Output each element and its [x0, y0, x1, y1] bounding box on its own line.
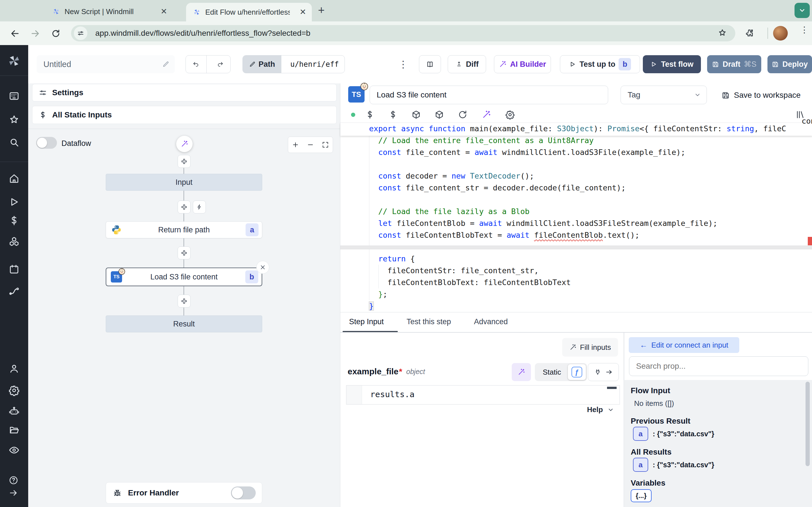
result-key-badge[interactable]: a [633, 427, 648, 441]
tab-advanced[interactable]: Advanced [474, 318, 508, 326]
browser-menu-icon[interactable]: ⋮ [800, 28, 809, 32]
schedules-calendar-icon[interactable] [8, 264, 20, 275]
flow-input-node[interactable]: Input [106, 174, 262, 191]
add-step-button[interactable] [177, 295, 191, 307]
zoom-in-icon[interactable] [292, 141, 299, 149]
test-flow-button[interactable]: Test flow [643, 55, 701, 73]
workers-robot-icon[interactable] [8, 406, 20, 417]
draft-button[interactable]: Draft ⌘S [707, 55, 761, 73]
tab-close-icon[interactable]: ✕ [300, 8, 306, 16]
zoom-out-icon[interactable] [307, 141, 314, 149]
expression-editor[interactable]: results.a [347, 386, 619, 404]
diff-button[interactable]: Diff [448, 55, 486, 73]
fill-inputs-button[interactable]: Fill inputs [562, 338, 618, 356]
package-icon[interactable] [411, 110, 421, 119]
code-editor[interactable]: export async function main(example_file:… [340, 123, 812, 312]
editor-settings-gear-icon[interactable] [505, 110, 515, 119]
bookmark-star-icon[interactable] [718, 29, 727, 38]
save-to-workspace-button[interactable]: Save to workspace [721, 87, 801, 103]
field-ai-button[interactable] [512, 363, 531, 381]
step-name-input[interactable] [370, 86, 608, 104]
extensions-icon[interactable] [745, 29, 754, 38]
ai-builder-button[interactable]: AI Builder [494, 55, 551, 73]
add-trigger-button[interactable] [193, 201, 206, 214]
status-dot [351, 113, 355, 117]
all-static-inputs-button[interactable]: All Static Inputs [32, 106, 337, 124]
forward-icon[interactable] [31, 29, 40, 38]
variables-object-badge[interactable]: {...} [631, 489, 652, 502]
windmill-logo[interactable] [7, 54, 21, 68]
reload-icon[interactable] [458, 110, 467, 119]
tab-step-input[interactable]: Step Input [349, 318, 384, 326]
folders-icon[interactable] [8, 425, 20, 436]
search-prop-input[interactable] [629, 356, 808, 376]
browser-tab-inactive[interactable]: New Script | Windmill ✕ [47, 4, 173, 19]
settings-button[interactable]: Settings [32, 84, 337, 101]
editor-gutter [347, 386, 362, 404]
resources-cubes-icon[interactable] [8, 236, 20, 247]
contextual-variables-icon[interactable] [388, 110, 398, 119]
all-results-row[interactable]: a : {"s3":"data.csv"} [633, 458, 714, 472]
docs-book-button[interactable] [419, 55, 441, 73]
flows-route-icon[interactable] [8, 286, 20, 297]
static-mode-segment[interactable]: Static [536, 368, 568, 377]
add-step-button[interactable] [177, 201, 191, 214]
edit-pencil-icon[interactable] [162, 61, 169, 68]
test-up-to-button[interactable]: Test up to b [560, 55, 640, 73]
scrollbar-thumb[interactable] [806, 382, 810, 466]
undo-button[interactable] [186, 55, 207, 73]
expression-mode-segment-selected[interactable]: ƒ [568, 364, 586, 380]
ai-wand-icon[interactable] [481, 110, 491, 119]
browser-green-dropdown-button[interactable] [795, 3, 810, 18]
help-toggle[interactable]: Help [587, 405, 614, 414]
favorites-star-icon[interactable] [8, 114, 20, 125]
tab-close-icon[interactable]: ✕ [161, 8, 167, 15]
tab-test-this-step[interactable]: Test this step [407, 318, 451, 326]
package-icon[interactable] [435, 110, 444, 119]
edit-or-connect-button[interactable]: ← Edit or connect an input [629, 337, 739, 353]
add-step-button[interactable] [177, 246, 191, 260]
dataflow-toggle[interactable] [36, 137, 57, 149]
add-step-button[interactable] [177, 155, 191, 168]
result-key-badge[interactable]: a [633, 458, 648, 472]
deploy-button[interactable]: Deploy [767, 55, 812, 73]
site-settings-icon[interactable] [74, 26, 87, 40]
connect-input-button[interactable] [588, 363, 619, 381]
back-icon[interactable] [10, 29, 20, 38]
step-node-a[interactable]: Return file path a [106, 221, 262, 238]
audit-eye-icon[interactable] [8, 445, 20, 456]
save-icon [772, 61, 779, 68]
flow-name-field[interactable]: Untitled [37, 55, 175, 73]
delete-step-button[interactable] [256, 261, 269, 274]
error-handler-toggle[interactable] [231, 487, 256, 499]
runs-play-icon[interactable] [8, 196, 20, 208]
input-node-label: Input [175, 178, 192, 187]
redo-button[interactable] [210, 55, 231, 73]
save-icon [721, 91, 730, 100]
previous-result-row[interactable]: a : {"s3":"data.csv"} [633, 427, 714, 441]
variables-dollar-icon[interactable] [8, 215, 20, 226]
fit-view-icon[interactable] [322, 141, 329, 149]
step-node-b-selected[interactable]: TS Load S3 file content b [106, 268, 262, 286]
flow-result-node[interactable]: Result [106, 316, 262, 332]
apps-icon[interactable] [8, 91, 20, 102]
error-handler-card[interactable]: Error Handler [106, 482, 262, 504]
path-button[interactable]: Path u/henri/eff [243, 55, 345, 73]
path-label-segment[interactable]: Path [243, 55, 282, 73]
baby-emoji-icon [360, 82, 368, 91]
collapse-arrow-icon[interactable] [8, 488, 18, 498]
user-icon[interactable] [8, 363, 20, 374]
ai-flow-button[interactable] [176, 136, 193, 152]
home-icon[interactable] [8, 173, 20, 184]
browser-tab-active[interactable]: Edit Flow u/henri/effortless_fl ✕ [186, 3, 312, 21]
search-icon[interactable] [8, 136, 20, 148]
more-options-kebab-icon[interactable]: ⋮ [398, 58, 408, 70]
address-bar[interactable]: app.windmill.dev/flows/edit/u/henri/effo… [71, 25, 735, 41]
new-tab-button[interactable]: + [318, 4, 324, 17]
tag-select[interactable]: Tag [620, 86, 707, 104]
avatar[interactable] [773, 26, 788, 41]
settings-gear-icon[interactable] [8, 385, 20, 396]
reload-icon[interactable] [51, 29, 60, 38]
help-icon[interactable] [8, 475, 18, 485]
variables-dollar-icon[interactable] [365, 110, 375, 119]
